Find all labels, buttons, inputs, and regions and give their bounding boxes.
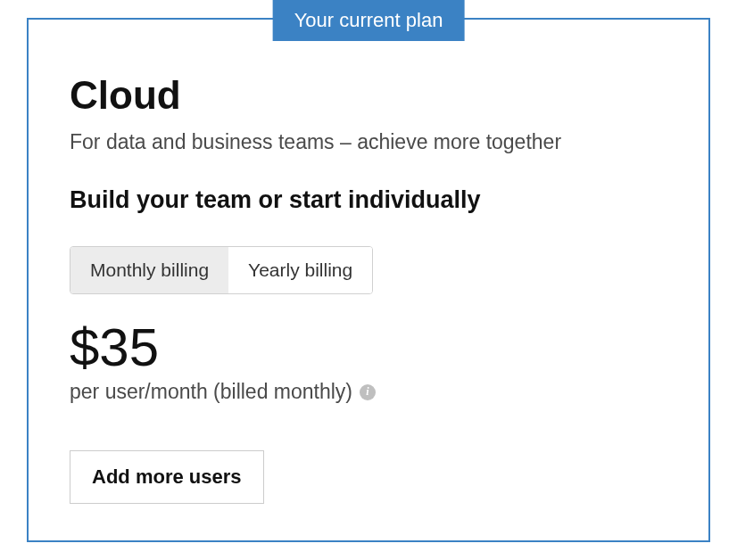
plan-title: Cloud <box>70 73 667 118</box>
price-note-text: per user/month (billed monthly) <box>70 380 352 404</box>
billing-toggle: Monthly billing Yearly billing <box>70 246 373 294</box>
billing-option-yearly[interactable]: Yearly billing <box>228 247 372 293</box>
plan-description: For data and business teams – achieve mo… <box>70 130 667 154</box>
current-plan-badge: Your current plan <box>273 0 465 41</box>
price-amount: $35 <box>70 321 667 375</box>
price-note-row: per user/month (billed monthly) i <box>70 380 667 404</box>
info-icon[interactable]: i <box>360 384 376 400</box>
billing-option-monthly[interactable]: Monthly billing <box>70 247 228 293</box>
plan-card: Your current plan Cloud For data and bus… <box>27 18 710 542</box>
add-more-users-button[interactable]: Add more users <box>70 450 264 504</box>
plan-subtitle: Build your team or start individually <box>70 186 667 214</box>
